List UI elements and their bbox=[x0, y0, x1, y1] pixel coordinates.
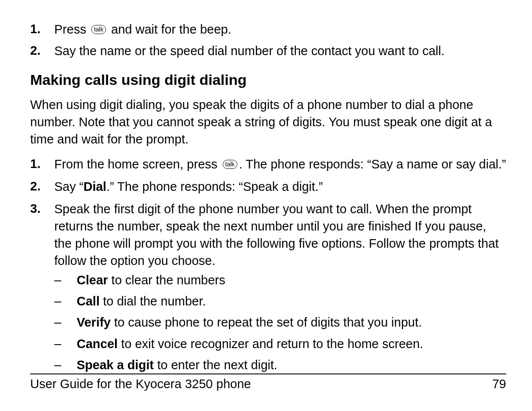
option-text: Cancel to exit voice recognizer and retu… bbox=[77, 336, 506, 352]
step-text: Say “Dial.” The phone responds: “Speak a… bbox=[54, 178, 506, 195]
manual-page: 1. Press talk and wait for the beep. 2. … bbox=[0, 0, 532, 411]
step-number: 3. bbox=[30, 200, 54, 217]
bold-term: Speak a digit bbox=[77, 358, 154, 372]
footer-row: User Guide for the Kyocera 3250 phone 79 bbox=[30, 377, 506, 391]
bold-term: Dial bbox=[84, 180, 106, 193]
step-number: 1. bbox=[30, 21, 54, 37]
bold-term: Cancel bbox=[77, 337, 118, 351]
steps-list-top: 1. Press talk and wait for the beep. 2. … bbox=[30, 21, 506, 59]
text-fragment: From the home screen, press bbox=[54, 157, 221, 171]
footer-title: User Guide for the Kyocera 3250 phone bbox=[30, 377, 251, 391]
option-text: Call to dial the number. bbox=[77, 293, 506, 310]
text-fragment: to exit voice recognizer and return to t… bbox=[118, 337, 423, 351]
dash: – bbox=[54, 293, 77, 310]
step-number: 2. bbox=[30, 178, 54, 195]
bold-term: Verify bbox=[77, 315, 111, 329]
section-heading: Making calls using digit dialing bbox=[30, 72, 506, 88]
text-fragment: .” The phone responds: “Speak a digit.” bbox=[106, 180, 323, 193]
step-number: 1. bbox=[30, 156, 54, 172]
dash: – bbox=[54, 336, 77, 352]
step-number: 2. bbox=[30, 42, 54, 59]
dash: – bbox=[54, 314, 77, 331]
steps-list-main: 1. From the home screen, press talk. The… bbox=[30, 156, 506, 378]
option-verify: – Verify to cause phone to repeat the se… bbox=[54, 314, 506, 331]
talk-button-icon: talk bbox=[223, 160, 237, 169]
options-sublist: – Clear to clear the numbers – Call to d… bbox=[54, 272, 506, 374]
option-text: Speak a digit to enter the next digit. bbox=[77, 357, 506, 374]
dash: – bbox=[54, 357, 77, 374]
option-text: Clear to clear the numbers bbox=[77, 272, 506, 289]
text-fragment: and wait for the beep. bbox=[108, 22, 231, 36]
text-fragment: to dial the number. bbox=[100, 294, 206, 308]
step-text: Say the name or the speed dial number of… bbox=[54, 42, 506, 59]
option-call: – Call to dial the number. bbox=[54, 293, 506, 310]
text-fragment: to clear the numbers bbox=[108, 273, 225, 287]
page-number: 79 bbox=[492, 377, 506, 391]
option-text: Verify to cause phone to repeat the set … bbox=[77, 314, 506, 331]
step-text: From the home screen, press talk. The ph… bbox=[54, 156, 506, 173]
step-2-top: 2. Say the name or the speed dial number… bbox=[30, 42, 506, 59]
option-clear: – Clear to clear the numbers bbox=[54, 272, 506, 289]
text-fragment: . The phone responds: “Say a name or say… bbox=[239, 157, 506, 171]
step-2: 2. Say “Dial.” The phone responds: “Spea… bbox=[30, 178, 506, 195]
footer-rule bbox=[30, 374, 506, 374]
step-1-top: 1. Press talk and wait for the beep. bbox=[30, 21, 506, 38]
text-fragment: Say “ bbox=[54, 180, 84, 193]
step-3: 3. Speak the first digit of the phone nu… bbox=[30, 200, 506, 378]
step-text: Press talk and wait for the beep. bbox=[54, 21, 506, 38]
text-fragment: to cause phone to repeat the set of digi… bbox=[111, 315, 422, 329]
page-footer: User Guide for the Kyocera 3250 phone 79 bbox=[30, 374, 506, 391]
step-text: Speak the first digit of the phone numbe… bbox=[54, 200, 506, 378]
bold-term: Clear bbox=[77, 273, 108, 287]
text-fragment: to enter the next digit. bbox=[154, 358, 277, 372]
section-paragraph: When using digit dialing, you speak the … bbox=[30, 96, 506, 148]
dash: – bbox=[54, 272, 77, 289]
text-fragment: Press bbox=[54, 22, 90, 36]
text-fragment: Speak the first digit of the phone numbe… bbox=[54, 202, 499, 268]
step-1: 1. From the home screen, press talk. The… bbox=[30, 156, 506, 173]
option-cancel: – Cancel to exit voice recognizer and re… bbox=[54, 336, 506, 352]
talk-button-icon: talk bbox=[91, 25, 106, 34]
bold-term: Call bbox=[77, 294, 100, 308]
option-speak-digit: – Speak a digit to enter the next digit. bbox=[54, 357, 506, 374]
